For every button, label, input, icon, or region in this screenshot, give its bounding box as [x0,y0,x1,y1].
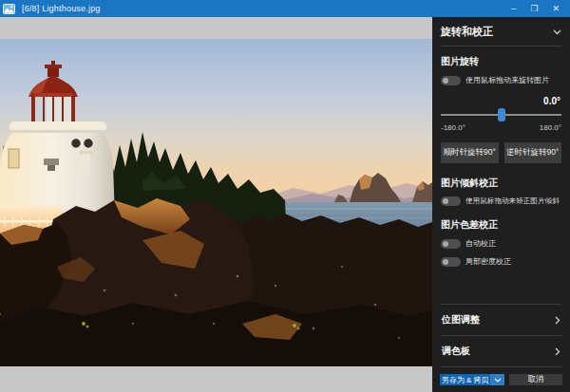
tilt-group-label: 图片倾斜校正 [441,177,561,190]
save-as-copy-button[interactable]: 另存为 & 拷贝 [440,374,490,385]
local-density-label: 局部密度校正 [466,256,511,267]
app-image-icon [3,4,15,14]
tilt-drag-toggle[interactable] [441,196,461,206]
save-options-dropdown[interactable] [490,374,504,385]
foreground-rocks [0,198,432,366]
chevron-down-icon [553,29,561,35]
window-controls: – ❐ ✕ [511,0,570,17]
edit-panel: 旋转和校正 图片旋转 使用鼠标拖动来旋转图片 0.0° -180 [432,17,570,392]
slider-range-labels: -180.0° 180.0° [441,123,561,132]
tilt-drag-toggle-label: 使用鼠标拖动来矫正图片倾斜 [466,196,560,206]
slider-max-label: 180.0° [540,123,561,132]
slider-min-label: -180.0° [441,123,466,132]
panel-title: 旋转和校正 [441,25,493,39]
save-as-copy-split-button[interactable]: 另存为 & 拷贝 [440,374,504,385]
rotate-drag-toggle[interactable] [441,76,461,85]
rotation-group-label: 图片旋转 [441,55,561,68]
app-window: [6/8] Lighthouse.jpg – ❐ ✕ [0,0,570,392]
section-label: 位图调整 [442,313,480,327]
titlebar: [6/8] Lighthouse.jpg – ❐ ✕ [0,0,570,17]
panel-header[interactable]: 旋转和校正 [441,22,561,46]
color-group-label: 图片色差校正 [441,218,561,232]
rotate-drag-toggle-label: 使用鼠标拖动来旋转图片 [466,75,549,85]
section-palette[interactable]: 调色板 [441,336,561,366]
chevron-right-icon [555,316,560,325]
local-density-toggle[interactable] [441,257,461,267]
section-label: 调色板 [442,345,470,358]
close-icon[interactable]: ✕ [552,0,560,17]
rotation-value: 0.0° [441,96,560,106]
rotate-cw-button[interactable]: 顺时针旋转90° [441,142,499,163]
photo-viewer-canvas[interactable] [0,17,432,392]
main-area: 旋转和校正 图片旋转 使用鼠标拖动来旋转图片 0.0° -180 [0,17,570,392]
lighthouse-photo [0,39,432,366]
divider [441,46,561,47]
rotation-slider[interactable] [441,108,561,121]
chevron-down-icon [494,378,502,383]
auto-correction-label: 自动校正 [466,238,496,249]
section-bitmap-adjust[interactable]: 位图调整 [441,305,561,335]
slider-thumb[interactable] [498,108,505,121]
panel-footer: 另存为 & 拷贝 取消 [432,367,570,392]
minimize-icon[interactable]: – [511,0,516,17]
rotate-ccw-button[interactable]: 逆时针旋转90° [504,142,562,163]
maximize-icon[interactable]: ❐ [530,0,538,17]
chevron-right-icon [555,347,560,356]
window-title: [6/8] Lighthouse.jpg [22,4,511,13]
auto-correction-toggle[interactable] [441,239,461,249]
cancel-button[interactable]: 取消 [509,374,562,385]
